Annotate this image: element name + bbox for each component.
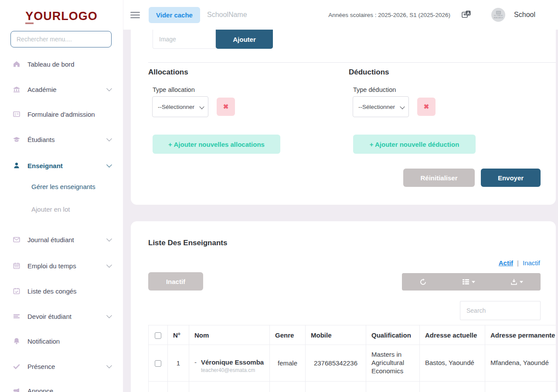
sidebar-item-teacher[interactable]: Enseignant — [0, 157, 123, 174]
col-header-name: Nom — [189, 325, 270, 345]
sidebar-item-notification[interactable]: Notification — [0, 332, 123, 350]
filter-inactive-link[interactable]: Inactif — [523, 259, 540, 267]
bulk-inactive-button[interactable]: Inactif — [148, 272, 203, 291]
envelope-icon — [12, 235, 21, 244]
topbar: Vider cache SchoolName Années scolaires … — [123, 0, 558, 30]
avatar-dash: - — [194, 352, 197, 373]
cell-permanent-address: Mfandena, Yaoundé — [485, 345, 556, 382]
teacher-table-wrapper: N° Nom Genre Mobile Qualification Adress… — [148, 325, 556, 392]
cell-qualification: Masters in Agricultural Economics — [366, 345, 420, 382]
reset-button[interactable]: Réinitialiser — [403, 169, 475, 187]
col-header-mobile: Mobile — [306, 325, 366, 345]
plus-icon: + — [168, 141, 172, 148]
caret-down-icon — [520, 281, 523, 283]
topbar-right: Années scolaires : 2025-2026, S1 (2025-2… — [328, 8, 558, 22]
table-search-input[interactable] — [460, 301, 541, 320]
teacher-table: N° Nom Genre Mobile Qualification Adress… — [148, 325, 556, 392]
cell-num: 1 — [168, 345, 189, 382]
language-translate-icon[interactable] — [462, 10, 471, 20]
plus-icon: + — [370, 141, 374, 148]
school-name-label: SchoolName — [207, 11, 247, 19]
sidebar-item-announcement[interactable]: Annonce — [0, 382, 123, 392]
megaphone-icon — [12, 386, 21, 392]
clear-cache-button[interactable]: Vider cache — [149, 7, 200, 23]
table-row: - René Ngono Mokolo — [149, 382, 556, 392]
caret-down-icon — [472, 281, 475, 283]
chevron-down-icon — [199, 104, 204, 109]
close-icon: ✖ — [223, 103, 229, 110]
app-logo: YOURLOGO — [0, 10, 123, 23]
deductions-title: Déductions — [349, 68, 389, 77]
close-icon: ✖ — [424, 103, 429, 110]
col-header-qualification: Qualification — [366, 325, 420, 345]
table-header-row: N° Nom Genre Mobile Qualification Adress… — [149, 325, 556, 345]
add-deduction-button[interactable]: + Ajouter nouvelle déduction — [353, 135, 476, 154]
section-divider — [148, 62, 556, 63]
add-allocation-button[interactable]: + Ajouter nouvelles allocations — [153, 135, 280, 154]
cell-email: teacher40@esmata.cm — [201, 367, 264, 373]
remove-allocation-button[interactable]: ✖ — [217, 98, 235, 116]
sidebar-item-admission-form[interactable]: Formulaire d'admission — [0, 105, 123, 123]
row-checkbox[interactable] — [155, 360, 161, 367]
sidebar-subitem-manage-teachers[interactable]: Gérer les enseignants — [31, 183, 114, 190]
col-header-current-address: Adresse actuelle — [420, 325, 485, 345]
cell-current-address: Mokolo — [420, 382, 485, 392]
sidebar-item-student-homework[interactable]: Devoir étudiant — [0, 308, 123, 325]
sidebar-subitem-bulk-add[interactable]: Ajouter en lot — [31, 206, 114, 213]
sidebar-item-timetable[interactable]: Emploi du temps — [0, 257, 123, 274]
sidebar-item-academy[interactable]: Académie — [0, 81, 123, 98]
menu-search-input[interactable] — [10, 31, 112, 47]
export-download-button[interactable] — [510, 278, 523, 285]
table-toolbar — [402, 273, 541, 291]
graduation-cap-icon — [12, 135, 21, 144]
chevron-down-icon — [106, 313, 112, 318]
sidebar-item-leave-list[interactable]: Liste des congés — [0, 282, 123, 300]
sidebar: YOURLOGO Tableau de bord Académie Formul… — [0, 0, 123, 392]
chevron-down-icon — [400, 104, 405, 109]
refresh-icon — [419, 278, 427, 286]
teacher-list-title: Liste Des Enseignants — [148, 239, 227, 247]
chevron-down-icon — [106, 136, 112, 142]
filter-separator: | — [517, 259, 519, 267]
cell-qualification — [366, 382, 420, 392]
chevron-down-icon — [106, 236, 112, 242]
cell-mobile: 237685342236 — [306, 345, 366, 382]
cell-num — [168, 382, 189, 392]
chevron-down-icon — [106, 86, 112, 91]
refresh-button[interactable] — [419, 278, 427, 286]
form-icon — [12, 110, 21, 118]
sidebar-item-student-journal[interactable]: Journal étudiant — [0, 231, 123, 248]
sidebar-item-students[interactable]: Étudiants — [0, 131, 123, 148]
sidebar-item-attendance[interactable]: Présence — [0, 358, 123, 375]
columns-menu-button[interactable] — [462, 278, 475, 285]
status-filters: Actif|Inactif — [499, 259, 540, 267]
submit-button[interactable]: Envoyer — [481, 169, 541, 187]
download-icon — [510, 278, 517, 285]
main-content: Ajouter Allocations Type allocation --Sé… — [123, 30, 558, 392]
calendar-check-icon — [12, 287, 21, 295]
cell-name: - René Ngono — [189, 382, 270, 392]
remove-deduction-button[interactable]: ✖ — [417, 98, 436, 116]
image-upload-field[interactable] — [153, 30, 216, 49]
sidebar-item-dashboard[interactable]: Tableau de bord — [0, 55, 123, 73]
check-icon — [12, 362, 21, 371]
col-header-permanent-address: Adresse permanente — [485, 325, 556, 345]
add-image-button[interactable]: Ajouter — [216, 30, 273, 49]
allocation-type-select[interactable]: --Sélectionner — [152, 96, 208, 117]
select-all-checkbox[interactable] — [155, 332, 161, 339]
allocations-title: Allocations — [148, 68, 188, 77]
cell-mobile — [306, 382, 366, 392]
avatar[interactable]: NO IMAGE AVAILABLE — [491, 8, 505, 22]
logo-letter: Y — [25, 10, 34, 24]
school-year-label: Années scolaires : 2025-2026, S1 (2025-2… — [328, 12, 450, 18]
bell-icon — [12, 337, 21, 345]
bank-icon — [12, 85, 21, 94]
deduction-type-select[interactable]: --Sélectionner — [353, 96, 409, 117]
logo-text: OURLOGO — [34, 10, 98, 23]
filter-active-link[interactable]: Actif — [499, 259, 513, 267]
home-icon — [12, 60, 21, 68]
hamburger-menu-icon[interactable] — [130, 10, 140, 20]
table-row: 1 - Véronique Essomba teacher40@esmata.c… — [149, 345, 556, 382]
bars-icon — [12, 312, 21, 321]
profile-name[interactable]: School — [514, 11, 535, 19]
